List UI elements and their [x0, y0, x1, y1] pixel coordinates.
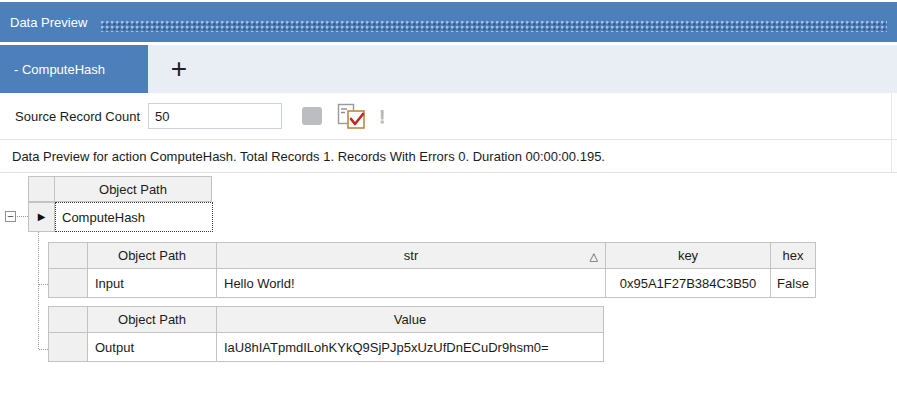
panel-title: Data Preview [10, 15, 87, 30]
preview-summary-text: Data Preview for action ComputeHash. Tot… [0, 141, 897, 173]
input-key-header[interactable]: key [605, 242, 771, 269]
root-row-name-cell[interactable]: ComputeHash [55, 202, 213, 232]
drag-grip-texture[interactable] [101, 21, 887, 32]
output-value-cell[interactable]: IaU8hIATpmdILohKYkQ9SjPJp5xUzUfDnECuDr9h… [216, 332, 604, 362]
output-row-indicator-cell[interactable] [48, 332, 88, 362]
input-row-indicator-cell[interactable] [48, 268, 88, 298]
stop-square-icon[interactable] [302, 107, 322, 125]
source-record-count-label: Source Record Count [15, 109, 140, 124]
tab-computehash[interactable]: - ComputeHash [0, 45, 148, 93]
panel-title-bar: Data Preview [0, 2, 897, 42]
output-value-header[interactable]: Value [216, 306, 604, 333]
data-preview-grid: Object Path − ▶ ComputeHash Object Path … [0, 173, 897, 413]
tree-vertical-line [38, 232, 40, 349]
tab-label: - ComputeHash [14, 62, 105, 77]
add-tab-button[interactable]: + [160, 45, 198, 93]
input-table-header-row: Object Path str △ key hex [48, 242, 816, 269]
root-indicator-header-cell [28, 176, 55, 202]
tree-branch-input [39, 284, 48, 286]
minus-icon: − [7, 213, 13, 220]
refresh-preview-icon[interactable] [337, 103, 367, 130]
input-indicator-header-cell [48, 242, 88, 269]
str-header-label: str [404, 248, 418, 263]
tab-strip: - ComputeHash + [0, 45, 897, 93]
sort-ascending-icon: △ [590, 250, 598, 261]
output-object-path-cell[interactable]: Output [87, 332, 217, 362]
input-hex-cell[interactable]: False [770, 268, 816, 298]
input-object-path-cell[interactable]: Input [87, 268, 217, 298]
warning-icon: ! [379, 107, 385, 126]
root-table-row: ▶ ComputeHash [28, 202, 213, 232]
preview-toolbar: Source Record Count ! [0, 93, 897, 140]
root-table-header-row: Object Path [28, 176, 212, 202]
input-str-cell[interactable]: Hello World! [216, 268, 606, 298]
input-object-path-header[interactable]: Object Path [87, 242, 217, 269]
row-selector-icon: ▶ [38, 212, 46, 222]
source-record-count-input[interactable] [148, 103, 282, 129]
input-hex-header[interactable]: hex [770, 242, 816, 269]
output-table-header-row: Object Path Value [48, 306, 604, 333]
input-table-row: Input Hello World! 0x95A1F27B384C3B50 Fa… [48, 268, 816, 298]
collapse-node-toggle[interactable]: − [5, 211, 16, 222]
tree-connector-line [17, 216, 28, 218]
root-object-path-header[interactable]: Object Path [54, 176, 212, 202]
output-table-row: Output IaU8hIATpmdILohKYkQ9SjPJp5xUzUfDn… [48, 332, 604, 362]
row-selector-cell[interactable]: ▶ [28, 202, 55, 232]
tree-branch-output [39, 349, 48, 351]
input-key-cell[interactable]: 0x95A1F27B384C3B50 [605, 268, 771, 298]
output-object-path-header[interactable]: Object Path [87, 306, 217, 333]
plus-icon: + [171, 55, 187, 83]
input-str-header[interactable]: str △ [216, 242, 606, 269]
output-indicator-header-cell [48, 306, 88, 333]
